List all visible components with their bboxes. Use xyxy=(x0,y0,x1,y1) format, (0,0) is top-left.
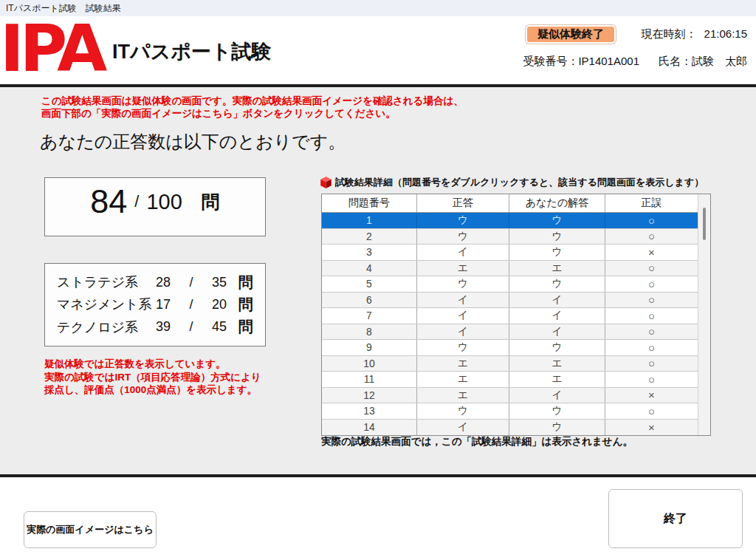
category-separator: / xyxy=(189,319,193,335)
actual-screen-image-button[interactable]: 実際の画面イメージはこちら xyxy=(24,511,157,548)
column-header: 問題番号 xyxy=(322,194,417,212)
category-row: ストラテジ系28/35問 xyxy=(57,273,253,293)
table-body: 1ウウ○2ウウ○3イウ×4エエ○5ウウ○6イイ○7イイ○8イイ○9ウウ○10エエ… xyxy=(322,213,698,435)
table-row[interactable]: 9ウウ○ xyxy=(322,340,698,356)
cell-correct-answer: ウ xyxy=(417,403,509,419)
footer-divider xyxy=(0,474,756,477)
category-name: テクノロジ系 xyxy=(57,318,156,336)
irt-note-line2: 実際の試験ではIRT（項目応答理論）方式により xyxy=(44,371,261,384)
category-unit: 問 xyxy=(238,295,253,315)
table-row[interactable]: 7イイ○ xyxy=(322,308,698,324)
cell-question-number: 5 xyxy=(322,276,417,292)
cell-correct-answer: ウ xyxy=(417,229,509,245)
cell-question-number: 9 xyxy=(322,340,417,355)
cell-correct-answer: イ xyxy=(417,324,509,340)
category-separator: / xyxy=(189,275,193,290)
app-window: ITパスポート試験 試験結果 IPA ITパスポート試験 疑似体験終了 現在時刻… xyxy=(0,0,756,560)
table-row[interactable]: 10エエ○ xyxy=(322,356,698,372)
cell-result-mark: ○ xyxy=(605,229,698,245)
category-row: マネジメント系17/20問 xyxy=(57,295,253,315)
cell-question-number: 4 xyxy=(322,261,417,276)
cell-your-answer: ウ xyxy=(509,340,605,355)
table-header-row: 問題番号正答あなたの解答正誤 xyxy=(322,194,698,213)
category-total: 20 xyxy=(212,297,227,313)
table-scrollbar-thumb[interactable] xyxy=(703,208,706,240)
table-row[interactable]: 11エエ○ xyxy=(322,372,698,388)
total-score-box: 84 / 100 問 xyxy=(44,177,266,236)
detail-section-title: 試験結果詳細（問題番号をダブルクリックすると、該当する問題画面を表示します） xyxy=(320,176,704,189)
current-time-label: 現在時刻： xyxy=(642,27,697,40)
cell-question-number: 8 xyxy=(322,324,417,340)
current-time-value: 21:06:15 xyxy=(704,27,747,40)
category-unit: 問 xyxy=(238,273,253,293)
examinee-name-label: 氏名： xyxy=(659,55,692,67)
ipa-logo: IPA xyxy=(0,13,103,84)
category-correct: 17 xyxy=(156,297,171,313)
cell-correct-answer: エ xyxy=(417,356,509,372)
cell-question-number: 11 xyxy=(322,372,417,387)
cell-question-number: 3 xyxy=(322,245,417,260)
table-row[interactable]: 2ウウ○ xyxy=(322,229,698,245)
detail-footnote: 実際の試験結果画面では，この「試験結果詳細」は表示されません。 xyxy=(321,435,633,448)
table-row[interactable]: 4エエ○ xyxy=(322,261,698,277)
cell-your-answer: エ xyxy=(509,356,605,372)
simulation-notice-line1: この試験結果画面は疑似体験の画面です。実際の試験結果画面イメージを確認される場合… xyxy=(41,95,464,107)
cell-result-mark: ○ xyxy=(605,276,698,292)
app-title: ITパスポート試験 xyxy=(112,38,272,65)
total-count: 100 xyxy=(146,190,182,214)
cell-result-mark: ○ xyxy=(605,213,698,228)
cell-your-answer: ウ xyxy=(509,213,605,228)
cell-result-mark: ○ xyxy=(605,261,698,276)
cell-correct-answer: ウ xyxy=(417,340,509,355)
irt-note: 疑似体験では正答数を表示しています。 実際の試験ではIRT（項目応答理論）方式に… xyxy=(44,358,261,397)
cell-your-answer: エ xyxy=(509,372,605,387)
cell-result-mark: ○ xyxy=(605,293,698,308)
table-row[interactable]: 6イイ○ xyxy=(322,293,698,309)
exit-button[interactable]: 終了 xyxy=(608,489,743,548)
cell-correct-answer: イ xyxy=(417,293,509,308)
table-row[interactable]: 3イウ× xyxy=(322,245,698,261)
cell-your-answer: イ xyxy=(509,308,605,324)
cell-result-mark: × xyxy=(605,388,698,403)
table-scrollbar[interactable] xyxy=(698,194,710,435)
cell-result-mark: ○ xyxy=(605,340,698,355)
column-header: 正答 xyxy=(417,194,509,212)
category-separator: / xyxy=(189,297,193,313)
category-score: 39/45 xyxy=(156,319,227,335)
cell-correct-answer: エ xyxy=(417,388,509,403)
cell-question-number: 1 xyxy=(322,213,417,228)
cell-result-mark: ○ xyxy=(605,324,698,340)
cell-result-mark: × xyxy=(605,420,698,436)
cell-question-number: 7 xyxy=(322,308,417,324)
status-badge: 疑似体験終了 xyxy=(526,25,616,44)
column-header: 正誤 xyxy=(605,194,698,212)
cell-correct-answer: イ xyxy=(417,420,509,436)
irt-note-line3: 採点し、評価点（1000点満点）を表示します。 xyxy=(44,383,261,397)
cell-your-answer: ウ xyxy=(509,229,605,245)
table-row[interactable]: 5ウウ○ xyxy=(322,276,698,293)
cell-your-answer: ウ xyxy=(509,420,605,436)
cell-question-number: 2 xyxy=(322,229,417,245)
category-total: 45 xyxy=(212,319,227,335)
table-row[interactable]: 14イウ× xyxy=(322,420,698,436)
cell-your-answer: ウ xyxy=(509,276,605,292)
cell-result-mark: ○ xyxy=(605,308,698,324)
cell-correct-answer: ウ xyxy=(417,276,509,292)
simulation-notice-line2: 画面下部の「実際の画面イメージはこちら」ボタンをクリックしてください。 xyxy=(41,107,464,120)
category-name: ストラテジ系 xyxy=(57,273,156,291)
category-unit: 問 xyxy=(238,317,253,337)
cell-correct-answer: イ xyxy=(417,308,509,324)
detail-section-title-text: 試験結果詳細（問題番号をダブルクリックすると、該当する問題画面を表示します） xyxy=(335,176,704,189)
header: IPA ITパスポート試験 疑似体験終了 現在時刻：21:06:15 受験番号：… xyxy=(0,16,756,84)
table-row[interactable]: 12エイ× xyxy=(322,388,698,404)
category-score-box: ストラテジ系28/35問マネジメント系17/20問テクノロジ系39/45問 xyxy=(44,263,266,346)
category-score: 28/35 xyxy=(156,275,227,290)
category-correct: 28 xyxy=(156,275,171,290)
result-content: この試験結果画面は疑似体験の画面です。実際の試験結果画面イメージを確認される場合… xyxy=(0,87,756,474)
table-row[interactable]: 1ウウ○ xyxy=(322,213,698,229)
category-row: テクノロジ系39/45問 xyxy=(57,317,253,337)
table-row[interactable]: 8イイ○ xyxy=(322,324,698,341)
window-titlebar: ITパスポート試験 試験結果 xyxy=(0,0,756,16)
table-row[interactable]: 13ウウ○ xyxy=(322,403,698,420)
irt-note-line1: 疑似体験では正答数を表示しています。 xyxy=(44,358,261,371)
